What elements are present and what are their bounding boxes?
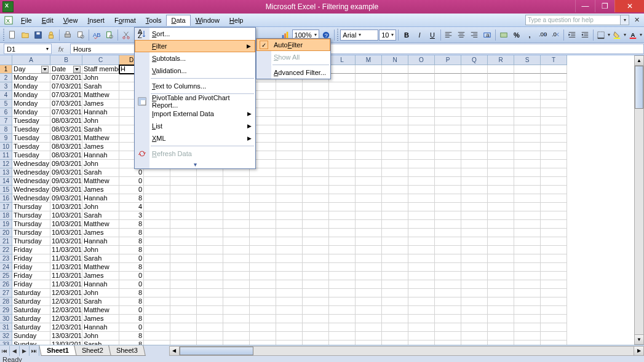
- cell[interactable]: Wednesday: [12, 168, 50, 177]
- cell[interactable]: [303, 263, 329, 272]
- cell[interactable]: [488, 143, 514, 151]
- maximize-button[interactable]: ❐: [595, 0, 614, 12]
- cell[interactable]: Hannah: [82, 108, 119, 117]
- cell[interactable]: [223, 272, 250, 280]
- cell[interactable]: [170, 297, 197, 306]
- cell[interactable]: Friday: [12, 280, 50, 289]
- cell[interactable]: [382, 82, 408, 91]
- col-header-T[interactable]: T: [541, 55, 567, 65]
- cell[interactable]: [514, 194, 541, 203]
- menu-item-list[interactable]: List▶: [135, 120, 255, 132]
- research-button[interactable]: [103, 29, 116, 41]
- hscroll-thumb[interactable]: [180, 347, 253, 355]
- cell[interactable]: [514, 82, 541, 91]
- row-header[interactable]: 5: [0, 100, 12, 108]
- cell[interactable]: 12/03/2011: [50, 323, 82, 332]
- cell[interactable]: 11/03/2011: [50, 246, 82, 254]
- cell[interactable]: 09/03/2011: [50, 168, 82, 177]
- cell[interactable]: 10/03/2011: [50, 220, 82, 229]
- cell[interactable]: 11/03/2011: [50, 280, 82, 289]
- row-header[interactable]: 2: [0, 74, 12, 82]
- cell[interactable]: [382, 134, 408, 143]
- cell[interactable]: [197, 203, 223, 211]
- row-header[interactable]: 16: [0, 194, 12, 203]
- cell[interactable]: [541, 246, 567, 254]
- cell[interactable]: [356, 280, 382, 289]
- row-header[interactable]: 30: [0, 315, 12, 323]
- cell[interactable]: [488, 100, 514, 108]
- cell[interactable]: [356, 211, 382, 220]
- cell[interactable]: [461, 289, 488, 297]
- cell[interactable]: [514, 246, 541, 254]
- row-header[interactable]: 1: [0, 65, 12, 74]
- cell[interactable]: Sarah: [82, 211, 119, 220]
- cell[interactable]: [197, 280, 223, 289]
- cell[interactable]: [488, 65, 514, 74]
- menu-help[interactable]: Help: [225, 15, 248, 26]
- row-header[interactable]: 7: [0, 117, 12, 125]
- cell[interactable]: [408, 237, 435, 246]
- cell[interactable]: [382, 100, 408, 108]
- cell[interactable]: [382, 220, 408, 229]
- cell[interactable]: [303, 160, 329, 168]
- cell[interactable]: [435, 323, 461, 332]
- cell[interactable]: [435, 289, 461, 297]
- cell[interactable]: Monday: [12, 82, 50, 91]
- cell[interactable]: [223, 332, 250, 340]
- cell[interactable]: [250, 186, 276, 194]
- cell[interactable]: [329, 306, 356, 315]
- menu-expand-chevron[interactable]: ▾: [135, 160, 255, 168]
- spelling-button[interactable]: ABC: [90, 29, 103, 41]
- cell[interactable]: [488, 177, 514, 186]
- cell[interactable]: [223, 177, 250, 186]
- currency-button[interactable]: [498, 29, 510, 41]
- cell[interactable]: 0: [119, 168, 144, 177]
- cell[interactable]: [223, 315, 250, 323]
- cell[interactable]: 0: [119, 186, 144, 194]
- increase-decimal-button[interactable]: .00: [536, 29, 549, 41]
- cell[interactable]: Tuesday: [12, 134, 50, 143]
- cell[interactable]: [541, 297, 567, 306]
- cell[interactable]: [382, 289, 408, 297]
- cell[interactable]: [514, 143, 541, 151]
- col-header-C[interactable]: C: [82, 55, 119, 65]
- cell[interactable]: [223, 280, 250, 289]
- cell[interactable]: [435, 332, 461, 340]
- increase-indent-button[interactable]: [579, 29, 591, 41]
- cell[interactable]: [488, 246, 514, 254]
- cell[interactable]: [250, 177, 276, 186]
- cell[interactable]: [356, 297, 382, 306]
- cell[interactable]: [303, 91, 329, 100]
- cell[interactable]: [276, 237, 303, 246]
- cell[interactable]: [461, 125, 488, 134]
- cell[interactable]: John: [82, 289, 119, 297]
- cell[interactable]: [223, 229, 250, 237]
- fx-icon[interactable]: fx: [52, 45, 70, 53]
- cell[interactable]: [408, 203, 435, 211]
- cell[interactable]: [144, 332, 170, 340]
- cell[interactable]: [303, 289, 329, 297]
- cell[interactable]: Sarah: [82, 125, 119, 134]
- menu-insert[interactable]: Insert: [82, 15, 109, 26]
- toolbar-grip-2[interactable]: [337, 29, 338, 41]
- fill-dropdown[interactable]: ▾: [624, 32, 626, 37]
- cell[interactable]: [461, 177, 488, 186]
- col-header-A[interactable]: A: [12, 55, 50, 65]
- cell[interactable]: [541, 203, 567, 211]
- cell[interactable]: [223, 203, 250, 211]
- cell[interactable]: [461, 315, 488, 323]
- cell[interactable]: [223, 246, 250, 254]
- cell[interactable]: 10/03/2011: [50, 203, 82, 211]
- cell[interactable]: [408, 211, 435, 220]
- cell[interactable]: [541, 186, 567, 194]
- sheet-tab-sheet3[interactable]: Sheet3: [108, 345, 145, 356]
- cell[interactable]: [514, 315, 541, 323]
- cell[interactable]: 12/03/2011: [50, 297, 82, 306]
- cell[interactable]: [488, 82, 514, 91]
- cell[interactable]: [276, 332, 303, 340]
- cell[interactable]: [303, 194, 329, 203]
- row-header[interactable]: 8: [0, 125, 12, 134]
- cell[interactable]: [223, 211, 250, 220]
- cell[interactable]: [329, 186, 356, 194]
- cell[interactable]: [541, 280, 567, 289]
